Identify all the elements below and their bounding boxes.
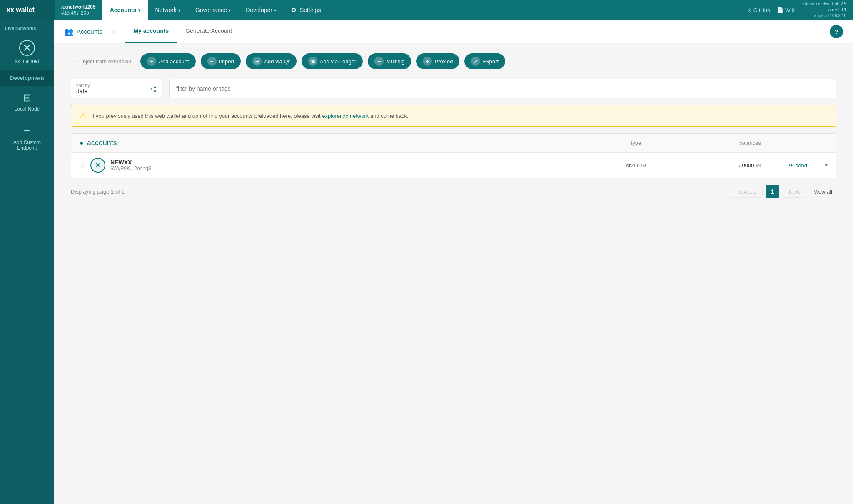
proxied-button[interactable]: + Proxied (416, 53, 459, 69)
sort-up-arrow: ▲ (153, 84, 157, 89)
add-via-ledger-label: Add via Ledger (320, 58, 356, 65)
add-via-qr-button[interactable]: ⊞ Add via Qr (246, 53, 296, 69)
import-icon: + (207, 57, 217, 66)
version-info: xxlabs xxnetwork v0.2.5 api v7.9.1 apps … (802, 1, 850, 19)
multisig-button[interactable]: + Multisig (368, 53, 411, 69)
tab-generate-account[interactable]: Generate Account (177, 20, 240, 43)
brand-logo[interactable]: xx wallet (0, 0, 54, 20)
add-account-icon: + (147, 57, 156, 66)
import-label: Import (219, 58, 234, 65)
nav-developer-chevron: ▾ (274, 8, 276, 12)
network-number: #13,497,205 (61, 10, 96, 16)
sidebar: Live Networks ✕ xx mainnet Development ⊞… (0, 20, 54, 504)
account-name: NEWXX (110, 159, 594, 166)
wiki-label: Wiki (785, 7, 796, 13)
sub-tabs: My accounts Generate Account (125, 20, 240, 43)
nav-accounts-chevron: ▾ (138, 8, 140, 12)
accounts-bullet-icon: ● (80, 139, 84, 147)
nav-item-network[interactable]: Network ▾ (148, 0, 188, 20)
network-badge[interactable]: xxnetwork/205 #13,497,205 (54, 0, 102, 20)
wiki-icon: 📄 (777, 7, 783, 13)
send-icon: ✈ (789, 162, 794, 169)
sub-header-divider: › (112, 27, 125, 36)
help-icon: ? (834, 28, 838, 35)
sidebar-item-local-node[interactable]: ⊞ Local Node (0, 86, 54, 118)
warning-text-after: and come back. (370, 113, 409, 119)
tab-my-accounts-label: My accounts (133, 27, 169, 34)
help-button[interactable]: ? (830, 25, 843, 38)
tab-generate-account-label: Generate Account (185, 27, 232, 34)
view-all-button[interactable]: View all (809, 186, 836, 197)
sidebar-item-mainnet[interactable]: ✕ xx mainnet (0, 34, 54, 70)
inject-label: Inject from extension (81, 58, 131, 65)
next-button[interactable]: Next (783, 186, 806, 198)
warning-text: If you previously used this web wallet a… (91, 113, 409, 119)
nav-item-developer[interactable]: Developer ▾ (238, 0, 284, 20)
nav-right: ⊗ GitHub 📄 Wiki xxlabs xxnetwork v0.2.5 … (747, 1, 853, 19)
page-controls: Previous 1 Next View all (729, 185, 836, 198)
export-button[interactable]: ↗ Export (464, 53, 505, 69)
sidebar-mainnet-label: xx mainnet (15, 58, 39, 64)
account-info: NEWXX 6WyR9K...2ehnqS (110, 159, 594, 171)
accounts-table: ● accounts type balances ☆ ✕ NEWXX (71, 133, 836, 178)
tab-my-accounts[interactable]: My accounts (125, 20, 177, 43)
nav-item-accounts[interactable]: Accounts ▾ (102, 0, 148, 20)
sidebar-local-node-label: Local Node (15, 106, 40, 112)
current-page-number[interactable]: 1 (766, 185, 779, 198)
balances-column-label: balances (739, 140, 761, 146)
filter-row: sort by date ▾ ▲ ▼ (54, 79, 853, 105)
sort-arrows[interactable]: ▲ ▼ (153, 84, 157, 94)
export-label: Export (483, 58, 499, 65)
avatar-icon: ✕ (95, 161, 101, 170)
github-icon: ⊗ (747, 7, 752, 13)
previous-button[interactable]: Previous (729, 186, 763, 198)
version-line3: apps v0.106.2-10 (802, 13, 846, 19)
wiki-link[interactable]: 📄 Wiki (777, 7, 796, 13)
table-row: ☆ ✕ NEWXX 6WyR9K...2ehnqS sr25519 0.0000… (71, 153, 836, 178)
sidebar-development-label: Development (10, 75, 44, 81)
add-via-ledger-button[interactable]: ◉ Add via Ledger (302, 53, 363, 69)
explorer-link[interactable]: explorer.xx.network (322, 113, 369, 119)
nav-governance-label: Governance (195, 7, 227, 13)
inject-from-extension-button[interactable]: + Inject from extension (71, 55, 135, 67)
multisig-icon: + (374, 57, 384, 66)
proxied-icon: + (423, 57, 432, 66)
account-address: 6WyR9K...2ehnqS (110, 166, 594, 171)
main-content: 👥 Accounts › My accounts Generate Accoun… (54, 20, 853, 504)
send-button[interactable]: ✈ send (789, 162, 807, 169)
nav-governance-chevron: ▾ (229, 8, 231, 12)
filter-input[interactable] (169, 79, 836, 98)
view-all-label: View all (813, 189, 832, 195)
nav-settings-label: Settings (300, 7, 321, 13)
previous-label: Previous (735, 189, 756, 195)
balance-amount: 0.0000 (738, 162, 754, 169)
sort-select[interactable]: sort by date ▾ ▲ ▼ (71, 79, 162, 98)
mainnet-icon: ✕ (19, 40, 35, 56)
nav-item-governance[interactable]: Governance ▾ (188, 0, 238, 20)
send-label: send (796, 162, 807, 169)
github-link[interactable]: ⊗ GitHub (747, 7, 770, 13)
sort-by-label: sort by (76, 83, 149, 88)
more-options-button[interactable]: ⋮ (811, 161, 821, 170)
import-button[interactable]: + Import (201, 53, 241, 69)
sub-header-accounts[interactable]: 👥 Accounts (64, 27, 112, 36)
nav-developer-label: Developer (246, 7, 272, 13)
inject-plus-icon: + (75, 57, 79, 65)
ledger-icon: ◉ (308, 57, 317, 66)
next-label: Next (789, 189, 800, 195)
sub-header: 👥 Accounts › My accounts Generate Accoun… (54, 20, 853, 43)
expand-button[interactable]: ▾ (825, 162, 828, 169)
nav-item-settings[interactable]: ⚙ Settings (284, 0, 329, 20)
toolbar: + Inject from extension + Add account + … (54, 43, 853, 79)
sort-value: date (76, 88, 149, 94)
sidebar-section-development: Development (0, 70, 54, 86)
export-icon: ↗ (471, 57, 480, 66)
settings-gear-icon: ⚙ (291, 7, 297, 13)
nav-network-label: Network (155, 7, 177, 13)
sidebar-item-add-endpoint[interactable]: + Add Custom Endpoint (0, 118, 54, 157)
add-account-button[interactable]: + Add account (140, 53, 195, 69)
live-networks-label: Live Networks (0, 20, 54, 34)
version-line2: api v7.9.1 (802, 7, 846, 13)
top-navigation: xx wallet xxnetwork/205 #13,497,205 Acco… (0, 0, 853, 20)
star-button[interactable]: ☆ (80, 161, 85, 169)
